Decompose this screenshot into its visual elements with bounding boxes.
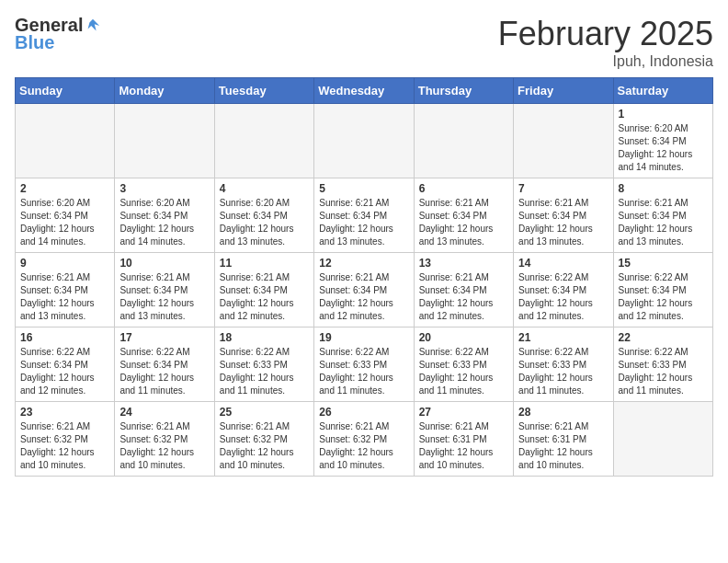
calendar-day-cell: 4Sunrise: 6:20 AM Sunset: 6:34 PM Daylig… [214, 178, 313, 253]
day-info: Sunrise: 6:21 AM Sunset: 6:34 PM Dayligh… [419, 271, 508, 323]
calendar-day-cell: 10Sunrise: 6:21 AM Sunset: 6:34 PM Dayli… [115, 253, 214, 327]
day-info: Sunrise: 6:21 AM Sunset: 6:31 PM Dayligh… [518, 420, 608, 472]
calendar-day-cell: 20Sunrise: 6:22 AM Sunset: 6:33 PM Dayli… [414, 327, 513, 402]
day-number: 23 [20, 406, 109, 419]
day-number: 5 [319, 182, 408, 195]
calendar-day-cell: 5Sunrise: 6:21 AM Sunset: 6:34 PM Daylig… [314, 178, 414, 253]
month-title: February 2025 [498, 15, 713, 53]
calendar-day-cell: 13Sunrise: 6:21 AM Sunset: 6:34 PM Dayli… [414, 253, 513, 327]
day-number: 12 [319, 257, 408, 270]
day-info: Sunrise: 6:22 AM Sunset: 6:34 PM Dayligh… [619, 271, 708, 323]
day-number: 27 [419, 406, 508, 419]
day-number: 28 [518, 406, 608, 419]
calendar-day-cell: 24Sunrise: 6:21 AM Sunset: 6:32 PM Dayli… [115, 402, 214, 477]
logo-blue-text: Blue [15, 32, 54, 52]
day-info: Sunrise: 6:22 AM Sunset: 6:34 PM Dayligh… [20, 346, 109, 397]
weekday-header-friday: Friday [514, 78, 613, 104]
day-info: Sunrise: 6:22 AM Sunset: 6:33 PM Dayligh… [518, 346, 608, 397]
day-number: 3 [119, 182, 209, 195]
calendar-week-row: 16Sunrise: 6:22 AM Sunset: 6:34 PM Dayli… [16, 327, 713, 402]
logo-bird-icon [85, 17, 101, 34]
day-number: 22 [619, 331, 708, 344]
calendar-table: SundayMondayTuesdayWednesdayThursdayFrid… [15, 77, 713, 477]
calendar-day-cell: 19Sunrise: 6:22 AM Sunset: 6:33 PM Dayli… [314, 327, 414, 402]
weekday-header-tuesday: Tuesday [214, 78, 313, 104]
weekday-header-monday: Monday [115, 78, 214, 104]
calendar-day-cell: 25Sunrise: 6:21 AM Sunset: 6:32 PM Dayli… [214, 402, 313, 477]
day-number: 9 [20, 257, 109, 270]
calendar-day-cell: 18Sunrise: 6:22 AM Sunset: 6:33 PM Dayli… [214, 327, 313, 402]
calendar-day-cell [214, 104, 313, 178]
calendar-day-cell [414, 104, 513, 178]
calendar-week-row: 2Sunrise: 6:20 AM Sunset: 6:34 PM Daylig… [16, 178, 713, 253]
day-number: 15 [619, 257, 708, 270]
day-info: Sunrise: 6:22 AM Sunset: 6:33 PM Dayligh… [319, 346, 408, 397]
day-number: 2 [20, 182, 109, 195]
day-number: 21 [518, 331, 608, 344]
day-number: 10 [119, 257, 209, 270]
calendar-day-cell [314, 104, 414, 178]
day-info: Sunrise: 6:21 AM Sunset: 6:34 PM Dayligh… [119, 271, 209, 323]
location-subtitle: Ipuh, Indonesia [498, 53, 713, 70]
svg-marker-0 [88, 18, 100, 30]
day-number: 7 [518, 182, 608, 195]
day-info: Sunrise: 6:21 AM Sunset: 6:34 PM Dayligh… [220, 271, 309, 323]
weekday-header-sunday: Sunday [16, 78, 115, 104]
day-info: Sunrise: 6:21 AM Sunset: 6:34 PM Dayligh… [619, 197, 708, 248]
day-info: Sunrise: 6:20 AM Sunset: 6:34 PM Dayligh… [619, 122, 708, 174]
calendar-week-row: 1Sunrise: 6:20 AM Sunset: 6:34 PM Daylig… [16, 104, 713, 178]
day-info: Sunrise: 6:21 AM Sunset: 6:32 PM Dayligh… [220, 420, 309, 472]
day-number: 6 [419, 182, 508, 195]
calendar-day-cell: 1Sunrise: 6:20 AM Sunset: 6:34 PM Daylig… [613, 104, 712, 178]
day-info: Sunrise: 6:21 AM Sunset: 6:34 PM Dayligh… [319, 197, 408, 248]
day-info: Sunrise: 6:20 AM Sunset: 6:34 PM Dayligh… [220, 197, 309, 248]
day-info: Sunrise: 6:22 AM Sunset: 6:33 PM Dayligh… [220, 346, 309, 397]
calendar-day-cell: 28Sunrise: 6:21 AM Sunset: 6:31 PM Dayli… [514, 402, 613, 477]
calendar-day-cell: 2Sunrise: 6:20 AM Sunset: 6:34 PM Daylig… [16, 178, 115, 253]
day-number: 11 [220, 257, 309, 270]
calendar-day-cell: 23Sunrise: 6:21 AM Sunset: 6:32 PM Dayli… [16, 402, 115, 477]
calendar-day-cell [514, 104, 613, 178]
day-number: 14 [518, 257, 608, 270]
day-number: 16 [20, 331, 109, 344]
day-number: 24 [119, 406, 209, 419]
calendar-day-cell: 21Sunrise: 6:22 AM Sunset: 6:33 PM Dayli… [514, 327, 613, 402]
day-info: Sunrise: 6:21 AM Sunset: 6:34 PM Dayligh… [518, 197, 608, 248]
logo: General Blue [15, 15, 101, 53]
calendar-day-cell: 22Sunrise: 6:22 AM Sunset: 6:33 PM Dayli… [613, 327, 712, 402]
day-info: Sunrise: 6:21 AM Sunset: 6:34 PM Dayligh… [20, 271, 109, 323]
weekday-header-wednesday: Wednesday [314, 78, 414, 104]
day-info: Sunrise: 6:21 AM Sunset: 6:34 PM Dayligh… [419, 197, 508, 248]
day-number: 8 [619, 182, 708, 195]
calendar-day-cell: 27Sunrise: 6:21 AM Sunset: 6:31 PM Dayli… [414, 402, 513, 477]
day-info: Sunrise: 6:20 AM Sunset: 6:34 PM Dayligh… [119, 197, 209, 248]
calendar-day-cell: 12Sunrise: 6:21 AM Sunset: 6:34 PM Dayli… [314, 253, 414, 327]
day-number: 19 [319, 331, 408, 344]
day-number: 25 [220, 406, 309, 419]
calendar-day-cell: 17Sunrise: 6:22 AM Sunset: 6:34 PM Dayli… [115, 327, 214, 402]
calendar-day-cell: 3Sunrise: 6:20 AM Sunset: 6:34 PM Daylig… [115, 178, 214, 253]
day-info: Sunrise: 6:21 AM Sunset: 6:32 PM Dayligh… [319, 420, 408, 472]
day-info: Sunrise: 6:22 AM Sunset: 6:34 PM Dayligh… [518, 271, 608, 323]
day-number: 20 [419, 331, 508, 344]
day-info: Sunrise: 6:20 AM Sunset: 6:34 PM Dayligh… [20, 197, 109, 248]
calendar-day-cell: 14Sunrise: 6:22 AM Sunset: 6:34 PM Dayli… [514, 253, 613, 327]
calendar-day-cell: 15Sunrise: 6:22 AM Sunset: 6:34 PM Dayli… [613, 253, 712, 327]
day-number: 4 [220, 182, 309, 195]
day-number: 17 [119, 331, 209, 344]
calendar-day-cell [16, 104, 115, 178]
calendar-day-cell: 11Sunrise: 6:21 AM Sunset: 6:34 PM Dayli… [214, 253, 313, 327]
weekday-header-saturday: Saturday [613, 78, 712, 104]
day-info: Sunrise: 6:22 AM Sunset: 6:33 PM Dayligh… [419, 346, 508, 397]
day-info: Sunrise: 6:22 AM Sunset: 6:34 PM Dayligh… [119, 346, 209, 397]
calendar-day-cell: 26Sunrise: 6:21 AM Sunset: 6:32 PM Dayli… [314, 402, 414, 477]
calendar-week-row: 9Sunrise: 6:21 AM Sunset: 6:34 PM Daylig… [16, 253, 713, 327]
calendar-day-cell: 6Sunrise: 6:21 AM Sunset: 6:34 PM Daylig… [414, 178, 513, 253]
calendar-week-row: 23Sunrise: 6:21 AM Sunset: 6:32 PM Dayli… [16, 402, 713, 477]
weekday-header-row: SundayMondayTuesdayWednesdayThursdayFrid… [16, 78, 713, 104]
calendar-day-cell [115, 104, 214, 178]
day-number: 13 [419, 257, 508, 270]
weekday-header-thursday: Thursday [414, 78, 513, 104]
page-header: General Blue February 2025 Ipuh, Indones… [15, 15, 713, 70]
day-number: 26 [319, 406, 408, 419]
